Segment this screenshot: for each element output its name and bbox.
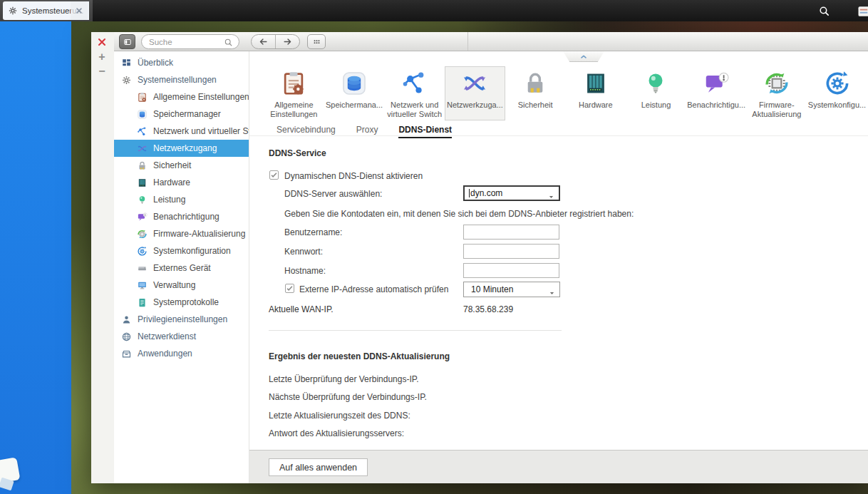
window-toolbar <box>114 32 868 51</box>
navigation-buttons <box>251 34 300 49</box>
gear-icon <box>121 75 132 86</box>
ddns-server-dropdown[interactable]: dyn.com <box>463 185 560 201</box>
sidebar-item-label: Verwaltung <box>153 280 195 290</box>
sidebar-item-label: Netzwerkdienst <box>138 331 196 341</box>
check-interval-dropdown[interactable]: 10 Minuten <box>463 282 560 297</box>
ribbon-item-label: Leistung <box>641 101 671 110</box>
enable-ddns-label: Dynamischen DNS-Dienst aktivieren <box>284 171 423 181</box>
search-box[interactable] <box>141 34 239 49</box>
network-switch-icon <box>137 126 148 137</box>
gear-icon <box>8 6 18 16</box>
sidebar-item-label: Überblick <box>138 58 173 68</box>
chevron-down-icon[interactable] <box>548 190 554 197</box>
ddns-result-row: Nächste Überprüfung der Verbindungs-IP. <box>269 392 427 402</box>
sidebar-item-privilegieneinstellungen[interactable]: Privilegieneinstellungen <box>114 311 249 328</box>
apps-grid-button[interactable] <box>307 34 326 49</box>
overview-icon <box>121 58 132 68</box>
server-select-label: DDNS-Server auswählen: <box>284 189 382 199</box>
notification-icon <box>703 70 730 97</box>
benutzername-input[interactable] <box>463 225 559 240</box>
grid-dots-icon <box>311 37 322 46</box>
storage-icon <box>341 70 368 97</box>
bulb-icon <box>137 195 148 205</box>
sidebar-toggle-button[interactable] <box>119 34 135 49</box>
sidebar-item-sicherheit[interactable]: Sicherheit <box>114 157 249 174</box>
sidebar-item-externes-geraet[interactable]: Externes Gerät <box>114 259 249 277</box>
control-panel-window: + − ÜberblickSystemeinstellungenAllgemei… <box>91 32 868 483</box>
network-access-icon <box>137 143 148 154</box>
kennwort-label: Kennwort: <box>284 247 323 257</box>
ribbon-item-hardware[interactable]: Hardware <box>565 66 626 120</box>
search-icon[interactable] <box>818 5 830 17</box>
sidebar-item-verwaltung[interactable]: Verwaltung <box>114 277 249 294</box>
ribbon-item-netzwerk-virtueller-switch[interactable]: Netzwerk und virtueller Switch <box>384 66 445 120</box>
sidebar-item-systemprotokolle[interactable]: Systemprotokolle <box>114 294 249 311</box>
window-minimize-button[interactable]: − <box>95 66 108 78</box>
user-icon <box>121 314 132 325</box>
ribbon-item-label: Speichermana... <box>326 101 383 110</box>
sidebar-item-netzwerk-virtueller-switch[interactable]: Netzwerk und virtueller Swit... <box>114 123 249 140</box>
sidebar-item-label: Netzwerk und virtueller Swit... <box>153 126 249 136</box>
window-maximize-button[interactable]: + <box>95 51 108 63</box>
notification-icon <box>137 212 148 222</box>
back-button[interactable] <box>252 35 276 48</box>
wan-ip-label: Aktuelle WAN-IP. <box>269 304 334 314</box>
ribbon-item-speichermanager[interactable]: Speichermana... <box>324 66 385 120</box>
ribbon-item-systemkonfiguration[interactable]: Systemkonfigu... <box>807 66 867 120</box>
sidebar-item-speichermanager[interactable]: Speichermanager <box>114 106 249 123</box>
auto-check-ip-checkbox[interactable] <box>285 284 294 293</box>
tab-ddns-dienst[interactable]: DDNS-Dienst <box>398 125 452 138</box>
auto-check-ip-label: Externe IP-Adresse automatisch prüfen <box>299 284 448 294</box>
ribbon-item-benachrichtigung[interactable]: Benachrichtigu... <box>686 66 747 120</box>
sidebar-item-label: Netzwerkzugang <box>153 143 217 153</box>
sidebar-item-systemkonfiguration[interactable]: Systemkonfiguration <box>114 242 249 259</box>
sidebar-item-netzwerkdienst[interactable]: Netzwerkdienst <box>114 328 249 345</box>
sidebar-item-label: Sicherheit <box>153 160 191 170</box>
kennwort-input[interactable] <box>463 244 559 259</box>
desktop: { "taskbar": { "active_tab": { "label": … <box>0 0 868 494</box>
sysconfig-icon <box>137 246 148 257</box>
apply-all-button[interactable]: Auf alles anwenden <box>269 458 368 476</box>
ribbon-collapse-button[interactable] <box>563 51 604 62</box>
sidebar-item-systemeinstellungen[interactable]: Systemeinstellungen <box>114 71 249 88</box>
sidebar-item-label: Systemprotokolle <box>153 297 219 307</box>
ribbon-item-firmware-aktualisierung[interactable]: Firmware-Aktualisierung <box>747 66 807 120</box>
sidebar-item-ueberblick[interactable]: Überblick <box>114 54 249 71</box>
hostname-label: Hostname: <box>284 266 326 276</box>
hostname-input[interactable] <box>463 263 559 278</box>
ribbon-item-label: Sicherheit <box>518 101 553 110</box>
check-icon <box>286 284 294 292</box>
sidebar-item-netzwerkzugang[interactable]: Netzwerkzugang <box>114 140 249 157</box>
tray-app-icon[interactable] <box>854 5 868 18</box>
sidebar-item-benachrichtigung[interactable]: Benachrichtigung <box>114 208 249 225</box>
result-section-title: Ergebnis der neuesten DDNS-Aktualisierun… <box>269 351 450 361</box>
ribbon-item-leistung[interactable]: Leistung <box>626 66 686 120</box>
enable-ddns-checkbox[interactable] <box>269 170 279 180</box>
ribbon-item-label: Hardware <box>579 101 613 110</box>
sidebar-item-leistung[interactable]: Leistung <box>114 191 249 208</box>
sidebar-item-anwendungen[interactable]: Anwendungen <box>114 345 249 362</box>
tab-servicebindung[interactable]: Servicebindung <box>277 125 336 138</box>
check-interval-value: 10 Minuten <box>468 284 549 294</box>
sidebar-item-allgemeine-einstellungen[interactable]: Allgemeine Einstellungen <box>114 88 249 106</box>
storage-icon <box>137 109 148 120</box>
ribbon-item-allgemeine-einstellungen[interactable]: Allgemeine Einstellungen <box>264 66 324 120</box>
account-hint-text: Geben Sie die Kontodaten ein, mit denen … <box>284 209 634 219</box>
sidebar-item-firmware-aktualisierung[interactable]: Firmware-Aktualisierung <box>114 225 249 242</box>
chevron-down-icon[interactable] <box>549 287 555 293</box>
forward-button[interactable] <box>276 35 300 48</box>
sidebar-item-label: Speichermanager <box>153 109 221 119</box>
ribbon-item-netzwerkzugang[interactable]: Netzwerkzuga... <box>445 66 505 120</box>
tab-close-button[interactable] <box>71 1 88 20</box>
search-input[interactable] <box>149 38 224 46</box>
sidebar-item-label: Systemeinstellungen <box>138 75 217 85</box>
ribbon-item-label: Systemkonfigu... <box>808 101 866 110</box>
ribbon-item-sicherheit[interactable]: Sicherheit <box>505 66 566 120</box>
tab-proxy[interactable]: Proxy <box>356 125 378 138</box>
hardware-icon <box>137 177 148 188</box>
window-close-button[interactable] <box>95 36 108 48</box>
footer-bar: Auf alles anwenden <box>249 450 868 483</box>
lock-icon <box>137 160 148 171</box>
sidebar-item-hardware[interactable]: Hardware <box>114 174 249 191</box>
sidebar-navigation: ÜberblickSystemeinstellungenAllgemeine E… <box>114 51 249 483</box>
